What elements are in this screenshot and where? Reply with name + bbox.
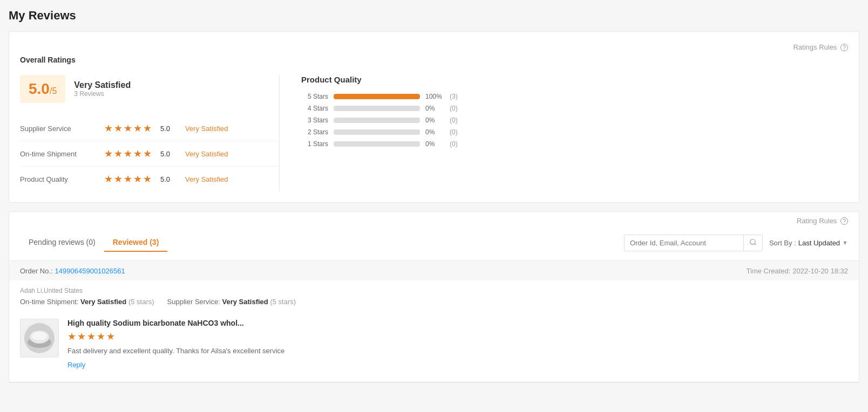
ratings-rules-top-link[interactable]: Ratings Rules ? xyxy=(793,43,848,51)
bar-track-1 xyxy=(334,141,420,147)
bar-fill-4 xyxy=(334,106,420,111)
bar-fill-3 xyxy=(334,118,420,123)
ratings-rules-top: Ratings Rules ? xyxy=(20,43,848,51)
rating-rules-link[interactable]: Rating Rules ? xyxy=(797,217,848,225)
question-icon-top: ? xyxy=(840,44,848,51)
bar-label-2: 2 Stars xyxy=(301,128,328,136)
supplier-label: Supplier Service: Very Satisfied (5 star… xyxy=(167,298,296,306)
search-box xyxy=(624,235,763,251)
search-input[interactable] xyxy=(625,236,743,250)
bar-label-5: 5 Stars xyxy=(301,93,328,100)
svg-line-1 xyxy=(755,243,756,245)
bar-percent-5: 100% xyxy=(425,93,444,100)
sort-label: Sort By : xyxy=(769,239,796,247)
stars-quality: ★ ★ ★ ★ ★ xyxy=(104,173,152,185)
rating-score-quality: 5.0 xyxy=(160,175,177,183)
bar-label-1: 1 Stars xyxy=(301,140,328,148)
order-no-label: Order No.: xyxy=(20,267,53,275)
search-sort: Sort By : Last Updated ▼ xyxy=(624,235,848,251)
rating-rules-row: Rating Rules ? xyxy=(9,212,859,225)
bar-percent-4: 0% xyxy=(425,105,444,112)
reviewer-info: Adah Li,United States xyxy=(20,287,848,294)
reviews-header: Pending reviews (0) Reviewed (3) Sort By… xyxy=(9,225,859,261)
product-stars: ★ ★ ★ ★ ★ xyxy=(67,331,848,342)
order-item: Order No.: 149906459001026561 Time Creat… xyxy=(9,261,859,382)
bar-row-3: 3 Stars 0% (0) xyxy=(301,116,848,124)
order-time-value: 2022-10-20 18:32 xyxy=(792,267,848,275)
product-image xyxy=(20,319,59,358)
order-no-section: Order No.: 149906459001026561 xyxy=(20,266,125,275)
order-time-section: Time Created: 2022-10-20 18:32 xyxy=(747,266,848,275)
score-label: Very Satisfied xyxy=(74,80,131,90)
score-value: 5.0 xyxy=(29,80,50,97)
product-review-text: Fast delivery and excellent quality. Tha… xyxy=(67,347,848,355)
rating-score-shipment: 5.0 xyxy=(160,150,177,158)
bar-count-3: (0) xyxy=(450,116,458,124)
bar-row-1: 1 Stars 0% (0) xyxy=(301,140,848,148)
bar-count-4: (0) xyxy=(450,105,458,112)
bar-row-2: 2 Stars 0% (0) xyxy=(301,128,848,136)
rating-row-supplier: Supplier Service ★ ★ ★ ★ ★ 5.0 Very Sati… xyxy=(20,116,279,141)
bar-percent-1: 0% xyxy=(425,140,444,148)
order-body: Adah Li,United States On-time Shipment: … xyxy=(9,280,859,382)
product-quality-title: Product Quality xyxy=(301,75,848,84)
rating-row-shipment: On-time Shipment ★ ★ ★ ★ ★ 5.0 Very Sati… xyxy=(20,141,279,167)
page-title: My Reviews xyxy=(9,9,859,23)
order-header: Order No.: 149906459001026561 Time Creat… xyxy=(9,261,859,280)
reviews-section: Rating Rules ? Pending reviews (0) Revie… xyxy=(9,211,859,383)
rating-label-supplier: Supplier Service xyxy=(20,125,96,133)
bar-fill-5 xyxy=(334,94,420,99)
bar-row-5: 5 Stars 100% (3) xyxy=(301,93,848,100)
overall-ratings-card: Ratings Rules ? Overall Ratings 5.0/5 Ve… xyxy=(9,31,859,203)
ratings-content: 5.0/5 Very Satisfied 3 Reviews Supplier … xyxy=(20,75,848,191)
bar-count-1: (0) xyxy=(450,140,458,148)
score-denom: /5 xyxy=(50,86,57,95)
svg-point-0 xyxy=(750,239,755,244)
rating-score-supplier: 5.0 xyxy=(160,125,177,133)
bar-count-5: (3) xyxy=(450,93,458,100)
bar-fill-2 xyxy=(334,129,420,135)
product-details: High quality Sodium bicarbonate NaHCO3 w… xyxy=(67,319,848,369)
bar-track-5 xyxy=(334,94,420,99)
tab-reviewed[interactable]: Reviewed (3) xyxy=(104,234,168,252)
sort-value: Last Updated xyxy=(798,239,840,247)
product-name: High quality Sodium bicarbonate NaHCO3 w… xyxy=(67,319,848,327)
overall-ratings-title: Overall Ratings xyxy=(20,56,848,64)
bar-track-4 xyxy=(334,106,420,111)
bar-label-3: 3 Stars xyxy=(301,116,328,124)
shipment-info: On-time Shipment: Very Satisfied (5 star… xyxy=(20,298,848,306)
score-reviews: 3 Reviews xyxy=(74,90,131,98)
rating-row-quality: Product Quality ★ ★ ★ ★ ★ 5.0 Very Satis… xyxy=(20,167,279,191)
product-image-svg xyxy=(23,322,56,354)
ratings-right: Product Quality 5 Stars 100% (3) 4 Stars xyxy=(279,75,848,191)
ratings-left: 5.0/5 Very Satisfied 3 Reviews Supplier … xyxy=(20,75,279,191)
score-info: Very Satisfied 3 Reviews xyxy=(74,80,131,98)
stars-supplier: ★ ★ ★ ★ ★ xyxy=(104,122,152,134)
score-box: 5.0/5 xyxy=(20,75,65,103)
bar-row-4: 4 Stars 0% (0) xyxy=(301,105,848,112)
tab-pending[interactable]: Pending reviews (0) xyxy=(20,234,104,252)
bar-percent-2: 0% xyxy=(425,128,444,136)
score-section: 5.0/5 Very Satisfied 3 Reviews xyxy=(20,75,279,103)
rating-text-supplier: Very Satisfied xyxy=(185,125,228,133)
order-no-link[interactable]: 149906459001026561 xyxy=(55,267,125,275)
reply-link[interactable]: Reply xyxy=(67,361,85,369)
bar-track-2 xyxy=(334,129,420,135)
sort-section[interactable]: Sort By : Last Updated ▼ xyxy=(769,239,848,247)
rating-text-shipment: Very Satisfied xyxy=(185,150,228,158)
bar-track-3 xyxy=(334,118,420,123)
bar-percent-3: 0% xyxy=(425,116,444,124)
stars-shipment: ★ ★ ★ ★ ★ xyxy=(104,148,152,160)
shipment-label: On-time Shipment: Very Satisfied (5 star… xyxy=(20,298,154,306)
search-button[interactable] xyxy=(743,235,762,251)
rating-rules-label: Rating Rules xyxy=(797,217,837,225)
question-icon-rules: ? xyxy=(840,217,848,225)
product-review: High quality Sodium bicarbonate NaHCO3 w… xyxy=(20,312,848,375)
svg-point-5 xyxy=(32,332,47,340)
bar-fill-1 xyxy=(334,141,420,147)
rating-label-shipment: On-time Shipment xyxy=(20,150,96,158)
rating-text-quality: Very Satisfied xyxy=(185,175,228,183)
rating-label-quality: Product Quality xyxy=(20,175,96,183)
bar-count-2: (0) xyxy=(450,128,458,136)
ratings-rules-top-label: Ratings Rules xyxy=(793,43,837,51)
